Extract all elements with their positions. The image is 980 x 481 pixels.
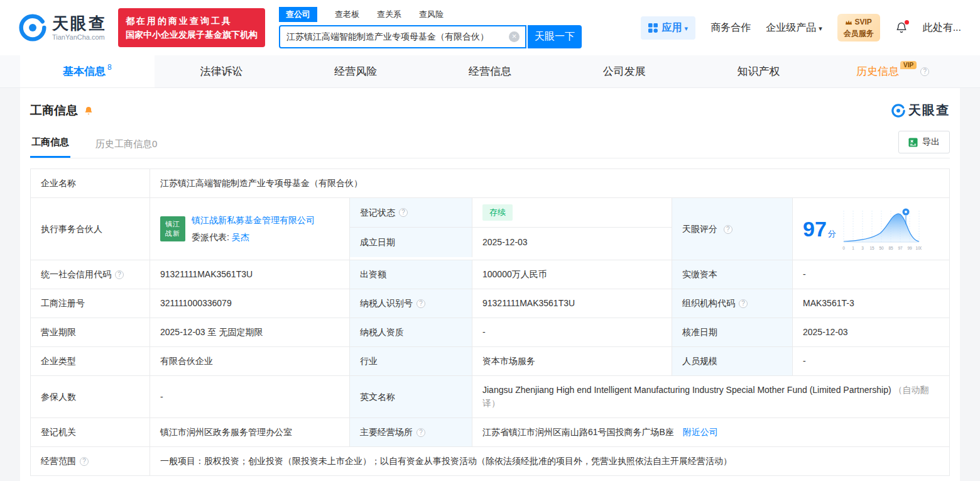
help-icon[interactable] bbox=[739, 299, 748, 308]
table-row: 企业类型 有限合伙企业 行业 资本市场服务 人员规模 - bbox=[31, 347, 950, 376]
tianyancha-eye-icon bbox=[891, 104, 905, 118]
brand-name: 天眼查 bbox=[52, 14, 107, 33]
taxpayer-qual-label: 纳税人资质 bbox=[350, 318, 472, 347]
uscc-label: 统一社会信用代码 bbox=[31, 260, 150, 289]
subtab-history-business-info[interactable]: 历史工商信息0 bbox=[94, 131, 158, 158]
partner-company-link[interactable]: 镇江战新私募基金管理有限公司 bbox=[192, 215, 315, 225]
svg-text:85: 85 bbox=[888, 246, 893, 250]
help-icon[interactable] bbox=[399, 208, 408, 217]
table-row: 工商注册号 321111000336079 纳税人识别号 91321111MAK… bbox=[31, 289, 950, 318]
svg-text:99: 99 bbox=[907, 246, 912, 250]
company-section-nav: 基本信息 8 法律诉讼 经营风险 经营信息 公司发展 知识产权 历史信息 VIP bbox=[0, 55, 980, 88]
english-name-label: 英文名称 bbox=[350, 376, 472, 418]
score-value: 97 bbox=[803, 217, 827, 241]
table-row: 参保人数 - 英文名称 Jiangsu Zhenjiang High end I… bbox=[31, 376, 950, 418]
subscribe-bell-icon[interactable] bbox=[84, 106, 94, 116]
company-name-value: 江苏镇江高端智能制造产业专项母基金（有限合伙） bbox=[150, 169, 950, 198]
user-account-label[interactable]: 此处有... bbox=[923, 21, 961, 35]
search-tab-risk[interactable]: 查风险 bbox=[419, 9, 444, 20]
table-row: 登记机关 镇江市润州区政务服务管理办公室 主要经营场所 江苏省镇江市润州区南山路… bbox=[31, 418, 950, 447]
crown-icon bbox=[845, 19, 852, 25]
svg-text:15: 15 bbox=[869, 246, 874, 250]
insured-label: 参保人数 bbox=[31, 376, 150, 418]
help-icon[interactable] bbox=[80, 457, 89, 466]
staff-size-value: - bbox=[793, 347, 950, 376]
company-type-label: 企业类型 bbox=[31, 347, 150, 376]
svip-membership-button[interactable]: SVIP 会员服务 bbox=[837, 14, 880, 41]
search-tab-company[interactable]: 查公司 bbox=[279, 7, 317, 22]
notification-bell-icon[interactable] bbox=[895, 21, 908, 34]
search-tab-relation[interactable]: 查关系 bbox=[377, 9, 401, 20]
english-name-value: Jiangsu Zhenjiang High end Intelligent M… bbox=[472, 376, 950, 418]
tab-operation-info[interactable]: 经营信息 bbox=[423, 55, 557, 87]
search-box bbox=[279, 25, 526, 48]
business-scope-label: 经营范围 bbox=[31, 447, 150, 476]
svg-text:100: 100 bbox=[915, 246, 921, 250]
help-icon[interactable] bbox=[920, 67, 929, 76]
apps-menu-button[interactable]: 应用 bbox=[641, 16, 696, 40]
score-chart: 0 1 3 15 50 85 97 99 100 bbox=[841, 206, 922, 252]
table-row: 执行事务合伙人 镇江 战新 镇江战新私募基金管理有限公司 委派代表: 吴杰 bbox=[31, 198, 950, 260]
search-button[interactable]: 天眼一下 bbox=[528, 25, 582, 48]
score-cell: 97分 bbox=[793, 198, 950, 260]
taxpayer-id-label: 纳税人识别号 bbox=[350, 289, 472, 318]
help-icon[interactable] bbox=[416, 428, 425, 437]
svg-text:1: 1 bbox=[852, 246, 854, 250]
tab-history-info[interactable]: 历史信息 VIP bbox=[825, 55, 960, 87]
term-value: 2025-12-03 至 无固定期限 bbox=[150, 318, 350, 347]
business-cooperation-link[interactable]: 商务合作 bbox=[710, 21, 751, 35]
paid-capital-value: - bbox=[793, 260, 950, 289]
tab-operation-risk[interactable]: 经营风险 bbox=[288, 55, 423, 87]
tianyancha-logo[interactable]: 天眼查 TianYanCha.com bbox=[19, 14, 107, 41]
uscc-value: 91321111MAK3561T3U bbox=[150, 260, 350, 289]
tab-basic-info[interactable]: 基本信息 8 bbox=[20, 55, 155, 87]
tab-intellectual-property[interactable]: 知识产权 bbox=[692, 55, 826, 87]
vip-badge: VIP bbox=[900, 61, 917, 69]
reg-authority-label: 登记机关 bbox=[31, 418, 150, 447]
regno-label: 工商注册号 bbox=[31, 289, 150, 318]
taxpayer-qual-value: - bbox=[472, 318, 672, 347]
grid-apps-icon bbox=[648, 23, 658, 33]
partner-cell: 镇江 战新 镇江战新私募基金管理有限公司 委派代表: 吴杰 bbox=[150, 198, 350, 260]
partner-label: 执行事务合伙人 bbox=[31, 198, 150, 260]
reg-authority-value: 镇江市润州区政务服务管理办公室 bbox=[150, 418, 350, 447]
top-header: 天眼查 TianYanCha.com 都在用的商业查询工具 国家中小企业发展子基… bbox=[0, 0, 980, 55]
help-icon[interactable] bbox=[416, 299, 425, 308]
help-icon[interactable] bbox=[724, 225, 732, 234]
brand-domain: TianYanCha.com bbox=[52, 33, 107, 41]
company-type-value: 有限合伙企业 bbox=[150, 347, 350, 376]
subtab-business-info[interactable]: 工商信息 bbox=[30, 129, 70, 158]
score-label: 天眼评分 bbox=[672, 198, 793, 260]
brand-slogan: 都在用的商业查询工具 国家中小企业发展子基金旗下机构 bbox=[118, 8, 265, 48]
header-right: 应用 商务合作 企业级产品 SVIP 会员服务 此处有... bbox=[641, 14, 961, 41]
est-date-label: 成立日期 bbox=[350, 228, 472, 257]
status-date-cell: 登记状态 存续 成立日期 2025-12-03 bbox=[350, 198, 672, 260]
table-row: 统一社会信用代码 91321111MAK3561T3U 出资额 100000万人… bbox=[31, 260, 950, 289]
partner-logo[interactable]: 镇江 战新 bbox=[160, 216, 185, 241]
search-tab-boss[interactable]: 查老板 bbox=[335, 9, 359, 20]
address-label: 主要经营场所 bbox=[350, 418, 472, 447]
business-info-table: 企业名称 江苏镇江高端智能制造产业专项母基金（有限合伙） 执行事务合伙人 镇江 … bbox=[30, 169, 950, 476]
svg-text:0: 0 bbox=[842, 246, 845, 250]
rep-person-link[interactable]: 吴杰 bbox=[232, 232, 249, 242]
reg-status-label: 登记状态 bbox=[350, 198, 472, 227]
tianyancha-eye-icon bbox=[19, 14, 46, 41]
tab-legal-litigation[interactable]: 法律诉讼 bbox=[155, 55, 289, 87]
clear-search-icon[interactable] bbox=[509, 31, 520, 42]
table-row: 经营范围 一般项目：股权投资；创业投资（限投资未上市企业）；以自有资金从事投资活… bbox=[31, 447, 950, 476]
regno-value: 321111000336079 bbox=[150, 289, 350, 318]
subtab-row: 工商信息 历史工商信息0 导出 bbox=[30, 129, 950, 158]
nearby-companies-link[interactable]: 附近公司 bbox=[683, 427, 718, 437]
capital-value: 100000万人民币 bbox=[472, 260, 672, 289]
export-button[interactable]: 导出 bbox=[898, 131, 950, 153]
search-input[interactable] bbox=[280, 32, 509, 42]
approve-date-label: 核准日期 bbox=[672, 318, 793, 347]
approve-date-value: 2025-12-03 bbox=[793, 318, 950, 347]
tab-company-development[interactable]: 公司发展 bbox=[557, 55, 692, 87]
excel-export-icon bbox=[908, 138, 918, 147]
industry-value: 资本市场服务 bbox=[472, 347, 672, 376]
enterprise-products-menu[interactable]: 企业级产品 bbox=[766, 21, 822, 35]
help-icon[interactable] bbox=[115, 270, 124, 279]
business-scope-value: 一般项目：股权投资；创业投资（限投资未上市企业）；以自有资金从事投资活动（除依法… bbox=[150, 447, 950, 476]
address-value: 江苏省镇江市润州区南山路61号国投商务广场B座 附近公司 bbox=[472, 418, 950, 447]
